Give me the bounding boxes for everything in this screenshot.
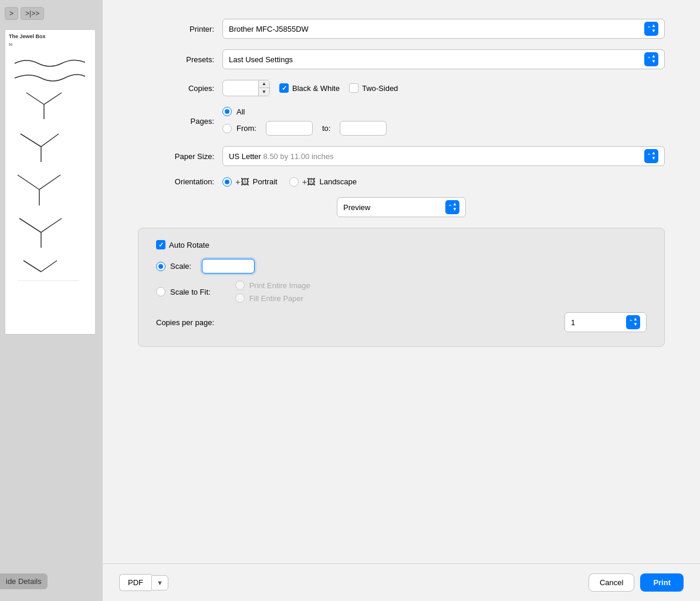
copies-group: 1 ▲ ▼ Black & White Two-Sided [222,80,665,96]
portrait-label: Portrait [253,177,278,186]
printer-select-arrow: ▲▼ [644,22,658,36]
landscape-icon: +🖼 [302,177,316,187]
section-updown-icon: ▲▼ [452,202,457,212]
copies-per-page-row: Copies per page: 1 ▲▼ [156,312,647,332]
print-entire-radio[interactable] [235,281,245,290]
presets-value: Last Used Settings [229,55,640,64]
right-action-buttons: Cancel Print [589,573,684,592]
preview-svg [9,52,91,286]
scale-input[interactable]: 100 [202,259,255,274]
copies-stepper-buttons: ▲ ▼ [258,80,269,96]
print-button[interactable]: Print [640,573,684,592]
pages-row: Pages: All From: 1 to: 1 [138,107,665,136]
paper-size-label: Paper Size: [138,152,214,161]
presets-select-arrow: ▲▼ [644,52,658,66]
pages-from-input[interactable]: 1 [266,121,313,136]
pages-all-radio[interactable] [222,107,232,116]
print-dialog-main: Printer: Brother MFC-J5855DW ▲▼ Presets:… [103,0,700,601]
printer-row: Printer: Brother MFC-J5855DW ▲▼ [138,19,665,39]
fill-entire-row: Fill Entire Paper [235,293,310,303]
landscape-radio[interactable] [289,177,299,187]
paper-size-select-arrow: ▲▼ [644,149,658,163]
forward-all-button[interactable]: >|>> [21,7,44,20]
scale-radio[interactable] [156,262,165,271]
scale-radio-row: Scale: 100 [156,259,647,274]
auto-rotate-label: Auto Rotate [169,241,209,249]
hide-details-button[interactable]: ide Details [0,573,48,589]
preview-book-subtitle: te [9,42,13,47]
print-dialog-form: Printer: Brother MFC-J5855DW ▲▼ Presets:… [103,0,700,563]
scale-to-fit-radio[interactable] [156,287,165,296]
presets-select[interactable]: Last Used Settings ▲▼ [222,49,665,69]
landscape-label: Landscape [319,177,357,186]
pages-from-label: From: [236,124,256,133]
copies-input[interactable]: 1 [223,82,258,95]
portrait-radio[interactable] [222,177,232,187]
pages-label: Pages: [138,117,214,126]
fill-entire-label: Fill Entire Paper [249,294,303,303]
landscape-option[interactable]: +🖼 Landscape [289,177,357,187]
forward-button[interactable]: > [5,7,18,20]
section-select-wrapper: Preview ▲▼ [138,197,665,217]
section-select-arrow: ▲▼ [445,200,459,214]
pages-group: All From: 1 to: 1 [222,107,665,136]
auto-rotate-checkbox[interactable] [156,240,165,249]
copies-row: Copies: 1 ▲ ▼ Black & White [138,80,665,96]
pdf-dropdown-arrow-icon: ▼ [157,579,163,586]
scale-to-fit-row: Scale to Fit: Print Entire Image Fill En… [156,281,647,303]
pages-from-radio[interactable] [222,124,232,133]
black-white-label: Black & White [292,84,340,93]
paper-size-updown-icon: ▲▼ [651,151,656,161]
copies-decrement-button[interactable]: ▼ [259,88,269,96]
two-sided-checkbox[interactable] [349,83,359,93]
print-entire-label: Print Entire Image [249,281,310,290]
black-white-checkbox[interactable] [279,83,289,93]
scale-radio-label: Scale: [170,262,191,271]
presets-select-wrapper: Last Used Settings ▲▼ [222,49,665,69]
printer-select-wrapper: Brother MFC-J5855DW ▲▼ [222,19,665,39]
cancel-button[interactable]: Cancel [589,573,634,592]
two-sided-label: Two-Sided [362,84,398,93]
pdf-button[interactable]: PDF [119,574,151,591]
pdf-button-group: PDF ▼ [119,574,168,591]
section-value: Preview [343,203,441,212]
auto-rotate-checkbox-label[interactable]: Auto Rotate [156,240,209,249]
printer-updown-icon: ▲▼ [651,23,656,34]
pages-to-input[interactable]: 1 [340,121,387,136]
preview-book-title: The Jewel Box [9,33,46,39]
pages-all-label: All [236,107,245,116]
pages-all-row: All [222,107,665,116]
black-white-checkbox-label[interactable]: Black & White [279,83,340,93]
copies-per-page-value: 1 [571,318,621,327]
sidebar-toolbar: > >|>> [5,7,44,20]
auto-rotate-row: Auto Rotate [156,240,647,249]
orientation-label: Orientation: [138,177,214,186]
scale-to-fit-label: Scale to Fit: [170,288,211,296]
presets-updown-icon: ▲▼ [651,54,656,65]
orientation-controls: +🖼 Portrait +🖼 Landscape [222,177,665,187]
preview-settings-panel: Auto Rotate Scale: 100 Scale to Fit: [138,228,665,347]
printer-select[interactable]: Brother MFC-J5855DW ▲▼ [222,19,665,39]
printer-label: Printer: [138,25,214,33]
orientation-row: Orientation: +🖼 Portrait +🖼 Landscape [138,177,665,187]
fill-entire-radio[interactable] [235,293,245,303]
section-select[interactable]: Preview ▲▼ [337,197,466,217]
paper-size-value: US Letter 8.50 by 11.00 inches [229,152,640,161]
copies-stepper: 1 ▲ ▼ [222,80,270,96]
portrait-option[interactable]: +🖼 Portrait [222,177,278,187]
sidebar: > >|>> The Jewel Box te [0,0,103,601]
copies-per-page-label: Copies per page: [156,318,273,327]
print-entire-row: Print Entire Image [235,281,310,290]
copies-label: Copies: [138,84,214,93]
preview-content-lines [9,52,92,288]
copies-increment-button[interactable]: ▲ [259,80,269,88]
copies-per-page-select[interactable]: 1 ▲▼ [564,312,647,332]
copies-controls: 1 ▲ ▼ Black & White Two-Sided [222,80,665,96]
two-sided-checkbox-label[interactable]: Two-Sided [349,83,398,93]
scale-options: Scale: 100 Scale to Fit: Print Entire Im… [156,259,647,303]
pdf-dropdown-button[interactable]: ▼ [151,575,168,590]
scale-to-fit-options: Print Entire Image Fill Entire Paper [235,281,310,303]
portrait-icon: +🖼 [235,177,249,187]
paper-size-row: Paper Size: US Letter 8.50 by 11.00 inch… [138,146,665,166]
paper-size-select[interactable]: US Letter 8.50 by 11.00 inches ▲▼ [222,146,665,166]
